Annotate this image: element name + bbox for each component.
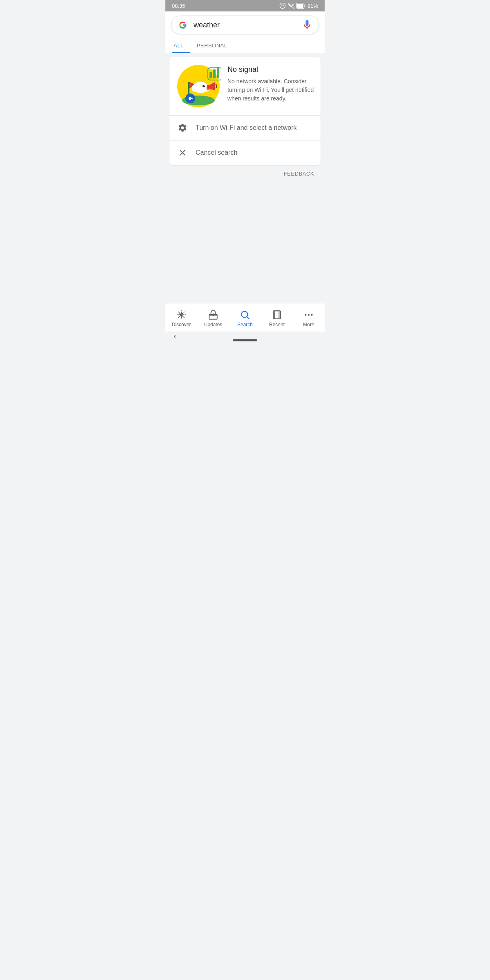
recent-label: Recent: [269, 322, 285, 327]
svg-point-13: [203, 85, 205, 87]
battery-percent: 91%: [307, 3, 318, 9]
wifi-action-text: Turn on Wi-Fi and select a network: [196, 124, 297, 131]
status-bar: 08:35 91%: [165, 0, 325, 11]
wifi-action-item[interactable]: Turn on Wi-Fi and select a network: [169, 116, 321, 140]
home-indicator: [233, 339, 257, 341]
dnd-icon: [279, 2, 286, 9]
discover-label: Discover: [172, 322, 191, 327]
search-query-text[interactable]: weather: [194, 21, 301, 29]
svg-point-36: [308, 314, 310, 315]
svg-point-14: [204, 85, 205, 86]
status-time: 08:35: [172, 3, 185, 9]
svg-rect-16: [207, 85, 210, 89]
back-button[interactable]: ‹: [174, 331, 176, 341]
search-bar[interactable]: weather: [171, 16, 319, 34]
updates-label: Updates: [204, 322, 223, 327]
no-signal-illustration: [176, 64, 221, 109]
close-icon: [178, 148, 187, 158]
mic-icon[interactable]: [301, 19, 313, 31]
no-signal-header: No signal No network available. Consider…: [169, 57, 321, 116]
search-nav-icon: [240, 310, 250, 320]
no-signal-card: No signal No network available. Consider…: [169, 57, 321, 165]
nav-discover[interactable]: Discover: [169, 310, 194, 327]
search-bar-container: weather: [165, 11, 325, 38]
svg-rect-18: [213, 69, 216, 78]
svg-rect-3: [297, 4, 303, 8]
cancel-action-text: Cancel search: [196, 149, 237, 156]
more-label: More: [303, 322, 314, 327]
no-signal-description: No network available. Consider turning o…: [227, 77, 314, 103]
search-nav-label: Search: [237, 322, 253, 327]
bottom-nav: Discover Updates: [165, 303, 325, 332]
svg-rect-17: [209, 72, 212, 78]
discover-icon: [176, 310, 187, 320]
gear-icon: [178, 123, 187, 133]
tabs-container: ALL PERSONAL: [165, 38, 325, 53]
google-logo-icon: [177, 19, 189, 31]
svg-point-35: [305, 314, 306, 315]
svg-line-30: [247, 316, 249, 319]
battery-icon: [296, 3, 305, 9]
svg-point-37: [311, 314, 312, 315]
feedback-container: FEEDBACK: [169, 165, 321, 182]
nav-search[interactable]: Search: [233, 310, 257, 327]
signal-icon: [288, 2, 294, 9]
app-container: 08:35 91%: [165, 0, 325, 345]
cancel-action-item[interactable]: Cancel search: [169, 140, 321, 165]
recent-icon: [272, 310, 282, 320]
tab-all[interactable]: ALL: [172, 38, 190, 53]
content-wrapper: weather ALL: [165, 11, 325, 345]
no-signal-title: No signal: [227, 65, 314, 74]
nav-updates[interactable]: Updates: [201, 310, 225, 327]
feedback-button[interactable]: FEEDBACK: [284, 171, 314, 177]
tab-personal[interactable]: PERSONAL: [195, 38, 234, 53]
svg-rect-19: [217, 67, 219, 78]
more-icon: [303, 310, 314, 320]
no-signal-text: No signal No network available. Consider…: [227, 64, 314, 103]
nav-recent[interactable]: Recent: [265, 310, 289, 327]
svg-rect-32: [275, 311, 279, 319]
main-content: No signal No network available. Consider…: [165, 53, 325, 345]
nav-more[interactable]: More: [296, 310, 321, 327]
svg-point-29: [241, 311, 247, 317]
status-right: 91%: [279, 2, 318, 9]
updates-icon: [208, 310, 218, 320]
